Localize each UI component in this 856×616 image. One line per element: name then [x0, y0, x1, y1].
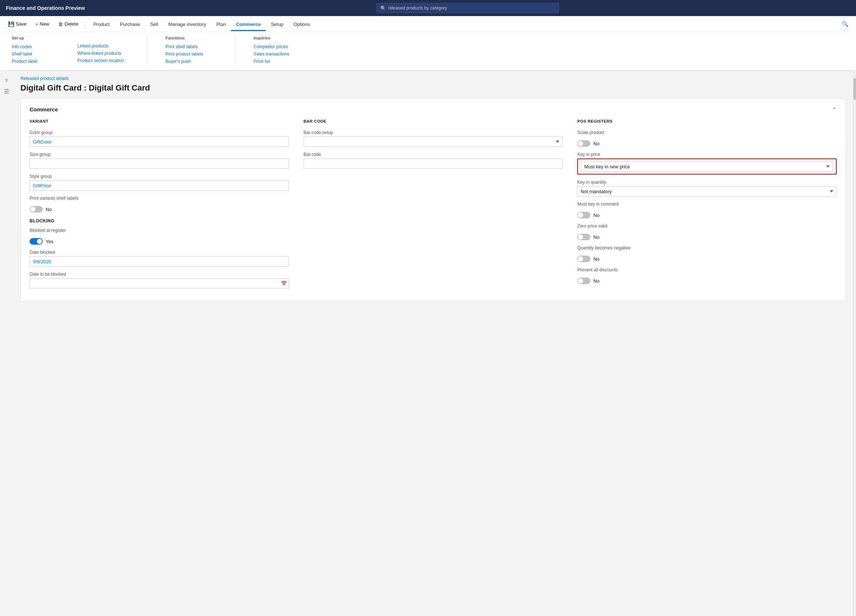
blocked-register-slider: [29, 238, 43, 245]
tab-setup[interactable]: Setup: [266, 18, 288, 31]
inquiries-section-title: Inquiries: [254, 36, 305, 40]
barcode-column: BAR CODE Bar code setup Bar code: [303, 119, 563, 293]
key-in-price-label: Key in price: [577, 152, 837, 157]
menu-item-product-label[interactable]: Product label: [12, 58, 63, 65]
date-blocked-field: Date blocked: [29, 250, 289, 267]
key-in-quantity-label: Key in quantity: [577, 180, 837, 185]
blocking-heading: BLOCKING: [29, 218, 289, 223]
breadcrumb[interactable]: Released product details: [20, 76, 846, 81]
size-group-label: Size group: [29, 152, 289, 157]
menu-item-competitor-prices[interactable]: Competitor prices: [254, 43, 305, 51]
barcode-field: Bar code: [303, 152, 563, 169]
setup-section-title: Set up: [12, 36, 63, 40]
barcode-setup-select[interactable]: [303, 137, 563, 147]
date-blocked-input[interactable]: [29, 257, 289, 267]
global-search[interactable]: 🔍: [376, 3, 559, 13]
color-group-input[interactable]: [29, 137, 289, 147]
scale-product-toggle[interactable]: [577, 140, 590, 147]
variant-heading: VARIANT: [29, 119, 289, 125]
delete-icon: 🗑: [58, 21, 63, 27]
tab-product[interactable]: Product: [88, 18, 115, 31]
must-key-comment-value: No: [593, 212, 599, 218]
prevent-discounts-toggle[interactable]: [577, 278, 590, 284]
key-in-quantity-select[interactable]: Not mandatory Must key in quantity: [577, 186, 837, 197]
must-key-comment-slider: [577, 212, 590, 218]
quantity-negative-slider: [577, 256, 590, 262]
tab-plan[interactable]: Plan: [211, 18, 231, 31]
barcode-input[interactable]: [303, 158, 563, 169]
save-icon: 💾: [8, 21, 14, 27]
dropdown-menu: Set up Info codes Shelf label Product la…: [5, 32, 851, 71]
print-variants-value: No: [46, 207, 52, 212]
blocked-register-label-group: Blocked at register: [29, 228, 289, 233]
style-group-input[interactable]: [29, 180, 289, 190]
menu-item-where-linked[interactable]: Where-linked products: [77, 50, 129, 57]
tab-options[interactable]: Options: [288, 18, 315, 31]
filter-icon[interactable]: ▿: [5, 77, 8, 84]
barcode-label: Bar code: [303, 152, 563, 157]
date-to-be-blocked-input[interactable]: [29, 278, 289, 289]
main-content: Released product details Digital Gift Ca…: [13, 71, 853, 312]
print-variants-field: Print variants shelf labels: [29, 196, 289, 201]
menu-item-info-codes[interactable]: Info codes: [12, 43, 63, 51]
style-group-label: Style group: [29, 174, 289, 179]
tab-commerce[interactable]: Commerce: [231, 18, 266, 31]
barcode-setup-label: Bar code setup: [303, 130, 563, 135]
ribbon-actions: 💾 Save + New 🗑 Delete Product Purchase S…: [5, 16, 851, 32]
prevent-discounts-toggle-row: No: [577, 278, 837, 284]
zero-price-toggle-row: No: [577, 234, 837, 240]
print-variants-slider: [29, 206, 43, 212]
scrollbar[interactable]: [853, 71, 856, 616]
zero-price-slider: [577, 234, 590, 240]
color-group-field: Color group: [29, 130, 289, 147]
prevent-discounts-label-group: Prevent all discounts: [577, 267, 837, 272]
zero-price-label: Zero price valid: [577, 223, 837, 229]
menu-item-product-section[interactable]: Product section location: [77, 57, 129, 64]
ribbon-tabs: Product Purchase Sell Manage inventory P…: [88, 17, 315, 31]
tab-purchase[interactable]: Purchase: [115, 18, 145, 31]
menu-item-shelf-label[interactable]: Shelf label: [12, 51, 63, 58]
menu-icon[interactable]: ☰: [4, 88, 9, 95]
menu-item-price-list[interactable]: Price list: [254, 58, 305, 65]
prevent-discounts-label: Prevent all discounts: [577, 267, 837, 272]
must-key-comment-toggle[interactable]: [577, 212, 590, 218]
dropdown-functions-section: Functions Print shelf labels Print produ…: [165, 36, 217, 65]
key-in-price-select[interactable]: Must key in new price Not mandatory Must…: [581, 161, 833, 172]
divider: [85, 20, 85, 29]
blocked-register-toggle[interactable]: [29, 238, 43, 245]
delete-button[interactable]: 🗑 Delete: [54, 20, 82, 29]
menu-item-buyers-push[interactable]: Buyer's push: [165, 58, 217, 65]
ribbon: 💾 Save + New 🗑 Delete Product Purchase S…: [0, 16, 856, 71]
print-variants-toggle[interactable]: [29, 206, 43, 212]
ribbon-search-icon[interactable]: 🔍: [839, 19, 851, 29]
print-variants-label: Print variants shelf labels: [29, 196, 78, 201]
pos-column: POS REGISTERS Scale product No: [577, 119, 837, 293]
dropdown-setup-linked-section: Linked products Where-linked products Pr…: [77, 36, 129, 65]
prevent-discounts-value: No: [593, 278, 599, 284]
menu-item-print-shelf[interactable]: Print shelf labels: [165, 43, 217, 51]
date-blocked-label: Date blocked: [29, 250, 289, 255]
zero-price-toggle[interactable]: [577, 234, 590, 240]
divider-1: [147, 36, 147, 65]
menu-item-linked-products[interactable]: Linked products: [77, 42, 129, 50]
dropdown-inquiries-section: Inquiries Competitor prices Sales transa…: [254, 36, 305, 65]
quantity-negative-toggle[interactable]: [577, 256, 590, 262]
menu-item-print-product[interactable]: Print product labels: [165, 51, 217, 58]
date-to-be-blocked-label: Date to be blocked: [29, 272, 289, 277]
functions-section-title: Functions: [165, 36, 217, 40]
new-button[interactable]: + New: [32, 20, 53, 29]
scrollbar-thumb[interactable]: [853, 78, 856, 100]
tab-manage-inventory[interactable]: Manage inventory: [163, 18, 211, 31]
scale-product-toggle-row: No: [577, 140, 837, 147]
quantity-negative-value: No: [593, 257, 599, 262]
blocked-register-toggle-row: Yes: [29, 238, 289, 245]
save-button[interactable]: 💾 Save: [5, 20, 30, 29]
size-group-field: Size group: [29, 152, 289, 169]
search-input[interactable]: [388, 6, 555, 11]
collapse-icon[interactable]: ⌃: [832, 107, 837, 112]
menu-item-sales-transactions[interactable]: Sales transactions: [254, 51, 305, 58]
calendar-icon[interactable]: 📅: [281, 281, 287, 286]
scale-product-label: Scale product: [577, 130, 837, 135]
tab-sell[interactable]: Sell: [145, 18, 163, 31]
size-group-input[interactable]: [29, 158, 289, 169]
